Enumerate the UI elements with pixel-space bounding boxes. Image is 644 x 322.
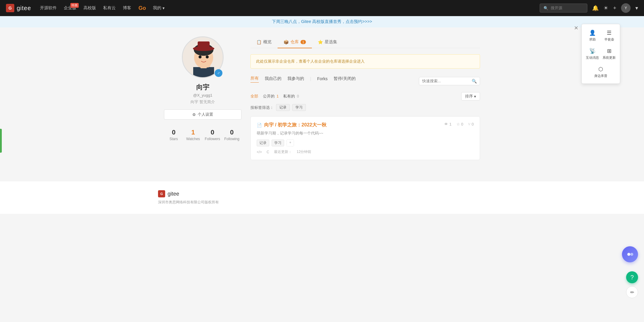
watches-count: 1 [183, 129, 203, 136]
nav-go[interactable]: Go [138, 5, 146, 11]
notice-box: 此处仅展示非企业仓库，查看个人在企业的仓库请选择企业进入 [250, 54, 480, 69]
signal-icon: 📡 [589, 48, 596, 54]
navbar: G gitee 开源软件 企业版 特惠 高校版 私有云 博客 Go 我的 ▾ 🔍… [0, 0, 644, 16]
float-item-half-store[interactable]: ☰ 半瓮壶 [601, 27, 617, 44]
scroll-indicator [0, 129, 2, 153]
eye-icon: 👁 [444, 122, 448, 126]
nav-blog[interactable]: 博客 [123, 5, 131, 11]
svg-point-8 [206, 55, 209, 58]
repo-icon: 📦 [284, 40, 289, 44]
nav-my-dropdown[interactable]: 我的 ▾ [153, 5, 165, 11]
profile-bio: 向宇 暂无简介 [191, 99, 215, 105]
gender-badge: ♂ [215, 69, 222, 77]
global-search[interactable]: 🔍 搜开源 [540, 4, 587, 13]
notification-icon[interactable]: 🔔 [592, 5, 599, 11]
tag-chip-record[interactable]: 记录 [276, 104, 290, 111]
filter-public[interactable]: 公开的 1 [263, 93, 278, 100]
sub-tabs: 所有 我自己的 我参与的 | Forks 暂停/关闭的 [250, 75, 419, 83]
tag-filter-row: 按标签筛选： 记录 学习 [250, 104, 480, 111]
float-item-hp[interactable]: ⬡ 身边库普 [585, 64, 617, 80]
svg-point-7 [199, 55, 202, 58]
repo-title[interactable]: 📄 向宇 / 初学之旅：2022大一秋 [257, 122, 326, 128]
repo-star-stat: ☆ 0 [456, 122, 463, 126]
settings-button[interactable]: ⚙ 个人设置 [164, 109, 242, 120]
profile-name: 向宇 [196, 83, 209, 92]
repo-lang-icon: </> [257, 150, 262, 154]
svg-rect-6 [198, 41, 210, 50]
nav-open-source[interactable]: 开源软件 [40, 5, 57, 11]
user-dropdown-icon[interactable]: ▾ [635, 5, 638, 11]
repo-count-badge: 1 [301, 40, 306, 44]
filter-tabs: 全部 公开的 1 私有的 0 [250, 93, 461, 100]
repo-tag-record[interactable]: 记录 [257, 140, 269, 146]
float-panel-close[interactable]: ✕ [574, 25, 578, 31]
float-item-support[interactable]: 👤 求助 [585, 27, 600, 44]
fork-icon: ⑂ [468, 122, 470, 126]
filter-all[interactable]: 全部 [250, 93, 258, 100]
repo-watch-stat: 👁 1 [444, 122, 451, 126]
sub-tab-suspended[interactable]: 暂停/关闭的 [334, 75, 356, 83]
announcement-text: 下周三晚八点，Gitee 高校版直播首秀，点击预约>>>> [272, 19, 372, 24]
stat-watches[interactable]: 1 Watches [183, 126, 203, 144]
quick-search-input[interactable] [422, 79, 470, 83]
sort-button[interactable]: 排序 ▾ [461, 92, 480, 100]
star-icon: ☆ [456, 122, 460, 126]
nav-university[interactable]: 高校版 [83, 5, 96, 11]
search-placeholder: 搜开源 [551, 5, 562, 11]
float-item-interactive[interactable]: 📡 互动消息 [585, 45, 600, 62]
footer-brand: G gitee [158, 190, 486, 197]
notice-text: 此处仅展示非企业仓库，查看个人在企业的仓库请选择企业进入 [256, 59, 365, 64]
stat-following[interactable]: 0 Following [222, 126, 242, 144]
announcement-bar[interactable]: 下周三晚八点，Gitee 高校版直播首秀，点击预约>>>> [0, 16, 644, 27]
chevron-down-icon: ▾ [474, 94, 476, 99]
support-icon: 👤 [589, 30, 596, 36]
brightness-icon[interactable]: ☀ [603, 5, 608, 11]
svg-rect-1 [193, 67, 214, 78]
following-count: 0 [222, 129, 242, 136]
profile-username: @X_yugg1 [193, 93, 213, 97]
list-icon: ☰ [607, 30, 612, 36]
nav-links: 开源软件 企业版 特惠 高校版 私有云 博客 Go 我的 ▾ [40, 5, 165, 11]
repo-header: 📄 向宇 / 初学之旅：2022大一秋 👁 1 ☆ 0 ⑂ 0 [257, 122, 474, 128]
enterprise-badge: 特惠 [70, 3, 79, 8]
footer-name: gitee [168, 191, 179, 197]
main-tabs: 📋 概览 📦 仓库 1 ⭐ 星选集 [250, 36, 480, 48]
filter-row: 全部 公开的 1 私有的 0 排序 ▾ [250, 92, 480, 100]
repo-footer: </> C 最近更新： 12分钟前 [257, 149, 474, 154]
avatar-container: ♂ [182, 36, 224, 78]
overview-icon: 📋 [256, 40, 261, 44]
quick-search-icon: 🔍 [472, 79, 477, 83]
tab-repos[interactable]: 📦 仓库 1 [278, 36, 312, 48]
stat-followers[interactable]: 0 Followers [203, 126, 222, 144]
filter-private[interactable]: 私有的 0 [283, 93, 299, 100]
nav-private-cloud[interactable]: 私有云 [103, 5, 116, 11]
repo-card: 📄 向宇 / 初学之旅：2022大一秋 👁 1 ☆ 0 ⑂ 0 [250, 116, 480, 160]
plus-icon[interactable]: + [613, 5, 616, 11]
sub-tab-mine[interactable]: 我自己的 [265, 75, 281, 83]
grid-icon: ⊞ [607, 48, 612, 54]
repo-tag-add[interactable]: + [287, 140, 294, 146]
sub-tab-contributed[interactable]: 我参与的 [287, 75, 304, 83]
tag-filter-label: 按标签筛选： [250, 105, 274, 110]
profile-section: ♂ 向宇 @X_yugg1 向宇 暂无简介 ⚙ 个人设置 [164, 36, 242, 120]
sidebar: ♂ 向宇 @X_yugg1 向宇 暂无简介 ⚙ 个人设置 0 Stars 1 W… [164, 36, 242, 160]
sub-tab-forks[interactable]: Forks [317, 75, 328, 82]
tag-chip-study[interactable]: 学习 [292, 104, 306, 111]
following-label: Following [222, 137, 242, 141]
quick-search-box[interactable]: 🔍 [419, 77, 480, 85]
user-avatar[interactable]: Y [621, 3, 631, 13]
brand[interactable]: G gitee [6, 4, 31, 12]
float-item-appstore[interactable]: ⊞ 系统更新 [601, 45, 617, 62]
repo-desc: 萌新学习期，记录学习的每一个代码~~ [257, 131, 474, 136]
nav-enterprise[interactable]: 企业版 特惠 [64, 5, 76, 11]
repo-tag-study[interactable]: 学习 [272, 140, 284, 146]
tab-stars-collection[interactable]: ⭐ 星选集 [312, 36, 343, 48]
repo-tags: 记录 学习 + [257, 140, 474, 146]
navbar-right: 🔍 搜开源 🔔 ☀ + Y ▾ [540, 3, 638, 13]
repo-updated-label: 最近更新： [274, 149, 292, 154]
search-icon: 🔍 [544, 6, 548, 10]
sub-tab-all[interactable]: 所有 [250, 75, 259, 83]
footer-copyright: 深圳市奥思网络科技有限公司版权所有 [158, 200, 486, 205]
stat-stars[interactable]: 0 Stars [164, 126, 183, 144]
tab-overview[interactable]: 📋 概览 [250, 36, 278, 48]
